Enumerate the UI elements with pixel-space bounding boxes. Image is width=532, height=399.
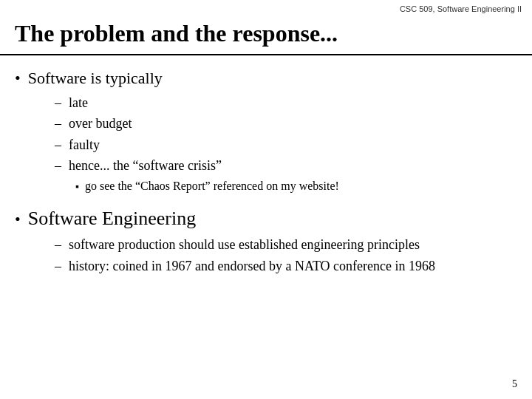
- sub-text-late: late: [69, 94, 88, 112]
- bullet-main-1: • Software is typically: [15, 69, 510, 88]
- sub-list-2: – software production should use establi…: [55, 236, 510, 275]
- sub-list-1: – late – over budget – faulty – hence...…: [55, 94, 510, 194]
- sub-sub-list-1: ▪ go see the “Chaos Report” referenced o…: [75, 178, 510, 194]
- sub-text-production: software production should use establish…: [69, 236, 420, 254]
- bullet-text-1: Software is typically: [28, 69, 163, 88]
- dash-icon-1: –: [55, 94, 61, 112]
- slide-container: CSC 509, Software Engineering II The pro…: [0, 0, 532, 399]
- sub-item-history: – history: coined in 1967 and endorsed b…: [55, 257, 510, 276]
- dash-icon-3: –: [55, 136, 61, 154]
- bullet-icon-2: •: [15, 210, 21, 229]
- sub-item-faulty: – faulty: [55, 136, 510, 154]
- page-number: 5: [512, 378, 517, 390]
- sub-text-history: history: coined in 1967 and endorsed by …: [69, 257, 435, 276]
- sub-sub-item-chaos: ▪ go see the “Chaos Report” referenced o…: [75, 178, 510, 194]
- content-area: • Software is typically – late – over bu…: [0, 55, 532, 296]
- square-icon-1: ▪: [75, 180, 79, 194]
- dash-icon-5: –: [55, 236, 61, 254]
- bullet-icon-1: •: [15, 69, 21, 88]
- dash-icon-2: –: [55, 115, 61, 133]
- sub-item-budget: – over budget: [55, 115, 510, 133]
- bullet-item-1: • Software is typically – late – over bu…: [15, 69, 510, 194]
- bullet-item-2: • Software Engineering – software produc…: [15, 208, 510, 275]
- sub-text-hence: hence... the “software crisis”: [69, 157, 222, 175]
- dash-icon-6: –: [55, 257, 61, 276]
- bullet-main-2: • Software Engineering: [15, 208, 510, 230]
- dash-icon-4: –: [55, 157, 61, 175]
- sub-text-budget: over budget: [69, 115, 132, 133]
- sub-sub-text-chaos: go see the “Chaos Report” referenced on …: [85, 178, 339, 194]
- sub-item-late: – late: [55, 94, 510, 112]
- course-header: CSC 509, Software Engineering II: [400, 4, 522, 13]
- bullet-text-2: Software Engineering: [28, 208, 196, 230]
- course-label: CSC 509, Software Engineering II: [400, 4, 522, 13]
- sub-item-production: – software production should use establi…: [55, 236, 510, 254]
- sub-text-faulty: faulty: [69, 136, 100, 154]
- sub-item-hence: – hence... the “software crisis”: [55, 157, 510, 175]
